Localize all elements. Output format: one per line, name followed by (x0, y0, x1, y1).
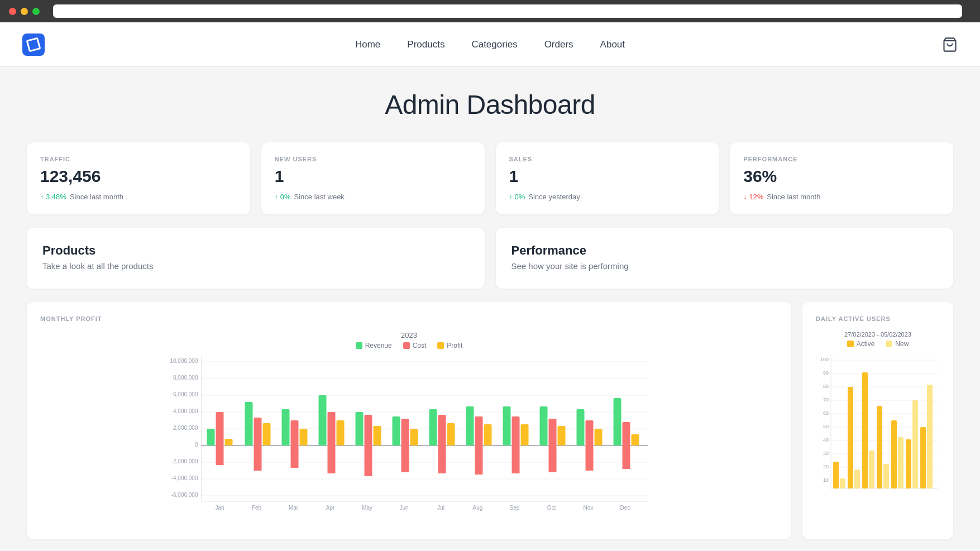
svg-rect-55 (614, 398, 622, 445)
svg-rect-65 (475, 445, 483, 475)
svg-rect-53 (586, 420, 594, 445)
stat-value-traffic: 123,456 (40, 167, 237, 186)
svg-text:Feb: Feb (252, 505, 262, 511)
legend-profit: Profit (437, 342, 462, 349)
svg-text:-2,000,000: -2,000,000 (171, 458, 198, 464)
address-bar[interactable] (53, 4, 962, 18)
main-content: Admin Dashboard TRAFFIC 123,456 ↑ 3.48% … (0, 67, 980, 551)
svg-text:30: 30 (823, 451, 829, 456)
stat-change-traffic: ↑ 3.48% Since last month (40, 193, 237, 201)
svg-text:Sep: Sep (510, 505, 520, 511)
svg-rect-37 (393, 416, 400, 445)
svg-text:Apr: Apr (326, 505, 335, 511)
svg-rect-43 (466, 406, 474, 445)
stat-change-pct-sales: 0% (515, 193, 525, 201)
arrow-up-icon-sales: ↑ (509, 193, 513, 201)
svg-rect-107 (854, 469, 860, 488)
svg-text:60: 60 (823, 410, 829, 416)
nav-link-orders[interactable]: Orders (544, 39, 573, 50)
stat-period-traffic: Since last month (70, 193, 123, 201)
nav-link-categories[interactable]: Categories (471, 39, 517, 50)
svg-rect-57 (632, 434, 639, 445)
cart-svg (942, 37, 958, 52)
svg-rect-44 (475, 416, 483, 445)
svg-text:80: 80 (823, 384, 829, 389)
svg-rect-60 (291, 445, 299, 468)
app-logo[interactable] (22, 33, 45, 56)
info-card-title-products: Products (42, 243, 469, 258)
stat-card-performance: PERFORMANCE 36% ↓ 12% Since last month (730, 142, 953, 214)
svg-text:Dec: Dec (620, 505, 630, 511)
maximize-button[interactable] (32, 8, 40, 15)
svg-rect-109 (869, 451, 874, 488)
monthly-profit-label: MONTHLY PROFIT (40, 315, 778, 322)
svg-rect-23 (216, 412, 224, 445)
svg-text:Mar: Mar (289, 505, 299, 511)
svg-rect-33 (337, 420, 345, 445)
app: Home Products Categories Orders About (0, 22, 980, 551)
info-card-products[interactable]: Products Take a look at all the products (27, 228, 485, 289)
legend-revenue: Revenue (356, 342, 392, 349)
nav-link-home[interactable]: Home (355, 39, 380, 50)
stat-label-sales: SALES (509, 156, 706, 162)
svg-rect-26 (254, 418, 262, 445)
svg-rect-61 (328, 445, 336, 473)
svg-text:2,000,000: 2,000,000 (173, 425, 198, 431)
monthly-profit-chart-svg: 10,000,000 8,000,000 6,000,000 4,000,000… (40, 356, 778, 524)
monthly-profit-legend: Revenue Cost Profit (40, 342, 778, 349)
nav-item-home[interactable]: Home (355, 39, 380, 50)
daily-users-legend: Active New (816, 340, 940, 348)
nav-item-products[interactable]: Products (407, 39, 444, 50)
svg-rect-48 (521, 424, 529, 445)
stat-label-new-users: NEW USERS (275, 156, 471, 162)
info-card-performance[interactable]: Performance See how your site is perform… (496, 228, 954, 289)
svg-rect-108 (862, 372, 868, 488)
stats-grid: TRAFFIC 123,456 ↑ 3.48% Since last month… (27, 142, 953, 214)
browser-chrome (0, 0, 980, 22)
svg-text:90: 90 (823, 370, 829, 376)
svg-text:10,000,000: 10,000,000 (170, 358, 198, 364)
svg-text:0: 0 (195, 442, 198, 448)
svg-rect-24 (225, 439, 233, 445)
nav-item-about[interactable]: About (600, 39, 625, 50)
close-button[interactable] (9, 8, 16, 15)
svg-rect-51 (558, 426, 566, 445)
logo-icon (26, 37, 41, 52)
legend-dot-cost (403, 342, 410, 349)
nav-links: Home Products Categories Orders About (355, 39, 625, 50)
svg-rect-114 (906, 439, 911, 488)
legend-label-cost: Cost (413, 342, 427, 349)
legend-new: New (886, 340, 909, 348)
svg-rect-62 (365, 445, 372, 476)
svg-rect-113 (898, 437, 903, 488)
legend-label-profit: Profit (447, 342, 462, 349)
stat-value-sales: 1 (509, 167, 706, 186)
nav-link-about[interactable]: About (600, 39, 625, 50)
stat-change-pct-perf: 12% (749, 193, 763, 201)
stat-label-traffic: TRAFFIC (40, 156, 237, 162)
legend-dot-revenue (356, 342, 362, 349)
info-card-desc-products: Take a look at all the products (42, 261, 469, 271)
legend-label-active: Active (857, 340, 875, 348)
svg-rect-36 (374, 426, 381, 445)
svg-rect-111 (883, 464, 889, 488)
svg-rect-25 (245, 402, 253, 445)
nav-link-products[interactable]: Products (407, 39, 444, 50)
svg-rect-66 (512, 445, 520, 473)
cart-icon[interactable] (942, 37, 958, 52)
svg-rect-31 (319, 395, 327, 445)
svg-rect-54 (595, 429, 603, 445)
svg-rect-58 (216, 445, 224, 465)
svg-text:Jul: Jul (437, 505, 444, 511)
svg-rect-112 (891, 420, 897, 488)
minimize-button[interactable] (21, 8, 28, 15)
nav-item-categories[interactable]: Categories (471, 39, 517, 50)
daily-users-chart-svg: 100 90 80 70 60 50 40 30 20 10 (816, 354, 940, 500)
svg-rect-50 (549, 419, 557, 445)
svg-rect-67 (549, 445, 557, 472)
chart-card-monthly-profit: MONTHLY PROFIT 2023 Revenue Cost Profit (27, 302, 791, 539)
svg-rect-69 (623, 445, 630, 469)
svg-rect-32 (328, 412, 336, 445)
svg-rect-34 (356, 412, 364, 445)
nav-item-orders[interactable]: Orders (544, 39, 573, 50)
